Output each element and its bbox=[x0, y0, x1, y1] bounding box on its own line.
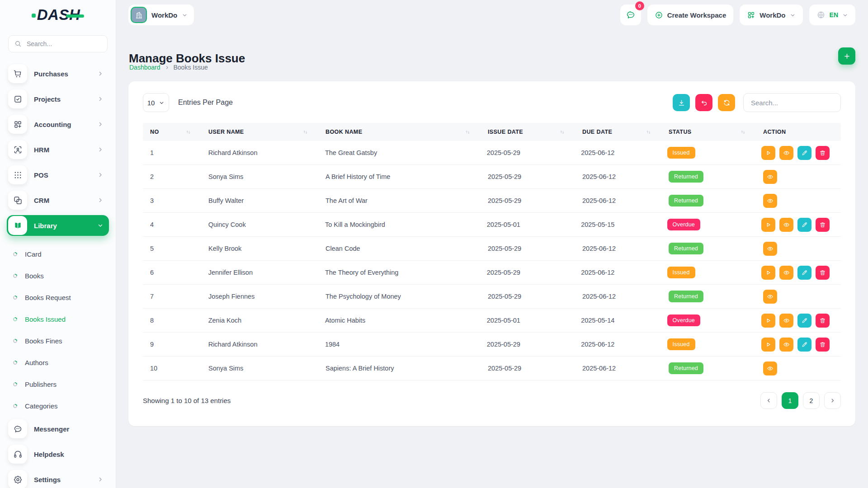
cell-due-date: 2025-06-12 bbox=[575, 245, 661, 252]
eye-button[interactable] bbox=[779, 338, 793, 352]
sidebar-menu-item[interactable]: Settings bbox=[7, 469, 109, 488]
table-search-input[interactable] bbox=[743, 93, 841, 112]
eye-button[interactable] bbox=[779, 266, 793, 280]
sort-icon[interactable] bbox=[302, 129, 308, 135]
sidebar-menu-item[interactable]: CRM bbox=[7, 190, 109, 211]
sidebar-menu-item[interactable]: Messenger bbox=[7, 418, 109, 439]
sidebar-menu-item[interactable]: Library bbox=[7, 215, 109, 236]
play-button[interactable] bbox=[761, 146, 775, 160]
cell-status: Returned bbox=[661, 195, 756, 206]
sidebar-submenu-item[interactable]: Books Request bbox=[7, 286, 109, 308]
reset-button[interactable] bbox=[695, 94, 712, 111]
submenu-item-label: Books Fines bbox=[25, 337, 62, 345]
language-selector[interactable]: EN bbox=[809, 5, 855, 25]
status-badge: Issued bbox=[667, 338, 695, 350]
table-controls-right bbox=[667, 93, 841, 112]
refresh-button[interactable] bbox=[718, 94, 735, 111]
play-button[interactable] bbox=[761, 338, 775, 352]
sort-icon[interactable] bbox=[740, 129, 746, 135]
status-badge: Returned bbox=[669, 171, 703, 183]
cell-due-date: 2025-05-14 bbox=[574, 317, 660, 324]
table-header-row: NO USER NAME BOOK NAME ISSUE DATE bbox=[143, 123, 841, 141]
sidebar-menu-item[interactable]: Purchases bbox=[7, 63, 109, 84]
chevron-right-icon bbox=[97, 70, 104, 77]
bullet-icon bbox=[12, 316, 18, 322]
workspace-selector[interactable]: WorkDo bbox=[128, 5, 194, 25]
menu-item-label: Accounting bbox=[34, 121, 71, 128]
sidebar-menu-item[interactable]: Helpdesk bbox=[7, 444, 109, 465]
eye-button[interactable] bbox=[779, 314, 793, 328]
column-header[interactable]: ACTION bbox=[756, 123, 841, 141]
eye-button[interactable] bbox=[763, 290, 777, 304]
sidebar-menu-item[interactable]: Accounting bbox=[7, 114, 109, 135]
menu-icon-box bbox=[8, 419, 27, 438]
chevron-left-icon bbox=[766, 398, 772, 404]
sidebar-submenu-item[interactable]: Books bbox=[7, 265, 109, 286]
sidebar-menu-item[interactable]: Projects bbox=[7, 89, 109, 109]
sidebar-menu-item[interactable]: POS bbox=[7, 164, 109, 185]
create-workspace-button[interactable]: Create Workspace bbox=[647, 5, 734, 25]
edit-button[interactable] bbox=[797, 266, 811, 280]
eye-button[interactable] bbox=[763, 361, 777, 375]
breadcrumb-home-link[interactable]: Dashboard bbox=[129, 64, 160, 71]
sidebar-library-submenu: ICard Books Books Request Books Issued B… bbox=[0, 240, 116, 418]
cell-due-date: 2025-06-12 bbox=[575, 293, 661, 300]
column-header[interactable]: STATUS bbox=[661, 123, 756, 141]
play-button[interactable] bbox=[761, 266, 775, 280]
export-button[interactable] bbox=[673, 94, 690, 111]
pagination-prev-button[interactable] bbox=[760, 392, 777, 409]
download-icon bbox=[678, 99, 685, 107]
workdo-menu-button[interactable]: WorkDo bbox=[740, 5, 802, 25]
sort-icon[interactable] bbox=[185, 129, 191, 135]
column-header[interactable]: USER NAME bbox=[201, 123, 318, 141]
edit-button[interactable] bbox=[797, 338, 811, 352]
cell-book-name: The Great Gatsby bbox=[318, 149, 480, 156]
trash-button[interactable] bbox=[816, 338, 830, 352]
bullet-icon bbox=[12, 338, 18, 344]
edit-button[interactable] bbox=[797, 314, 811, 328]
sidebar-submenu-item[interactable]: Books Issued bbox=[7, 308, 109, 330]
pagination-page-button[interactable]: 1 bbox=[782, 392, 798, 409]
eye-button[interactable] bbox=[779, 218, 793, 232]
sidebar-submenu-item[interactable]: Authors bbox=[7, 352, 109, 373]
eye-button[interactable] bbox=[763, 242, 777, 256]
add-book-issue-button[interactable] bbox=[838, 47, 855, 65]
status-badge: Returned bbox=[669, 362, 703, 374]
sidebar-submenu-item[interactable]: Categories bbox=[7, 395, 109, 417]
pagination-page-button[interactable]: 2 bbox=[803, 392, 820, 409]
eye-button[interactable] bbox=[763, 170, 777, 184]
sidebar-submenu-item[interactable]: ICard bbox=[7, 243, 109, 265]
column-header[interactable]: ISSUE DATE bbox=[481, 123, 575, 141]
play-button[interactable] bbox=[761, 218, 775, 232]
column-header[interactable]: BOOK NAME bbox=[318, 123, 481, 141]
sort-icon[interactable] bbox=[559, 129, 565, 135]
trash-button[interactable] bbox=[816, 146, 830, 160]
sort-icon[interactable] bbox=[465, 129, 471, 135]
menu-item-label: POS bbox=[34, 171, 48, 179]
sidebar-submenu-item[interactable]: Books Fines bbox=[7, 330, 109, 352]
cell-actions bbox=[756, 242, 841, 256]
messages-button[interactable]: 0 bbox=[620, 5, 641, 25]
cell-issue-date: 2025-05-29 bbox=[481, 365, 575, 372]
cell-due-date: 2025-06-12 bbox=[575, 365, 661, 372]
trash-button[interactable] bbox=[816, 266, 830, 280]
edit-button[interactable] bbox=[797, 146, 811, 160]
column-header[interactable]: NO bbox=[143, 123, 201, 141]
menu-item-label: CRM bbox=[34, 197, 49, 204]
sort-icon[interactable] bbox=[646, 129, 651, 135]
edit-button[interactable] bbox=[797, 218, 811, 232]
entries-per-page-select[interactable]: 10 bbox=[143, 93, 169, 112]
column-header[interactable]: DUE DATE bbox=[575, 123, 661, 141]
workspace-avatar bbox=[131, 7, 147, 23]
cell-issue-date: 2025-05-29 bbox=[480, 341, 574, 348]
sidebar-search bbox=[8, 35, 108, 52]
eye-button[interactable] bbox=[763, 194, 777, 208]
pagination-next-button[interactable] bbox=[824, 392, 841, 409]
sidebar-menu-item[interactable]: HRM bbox=[7, 139, 109, 160]
sidebar-submenu-item[interactable]: Publishers bbox=[7, 373, 109, 395]
sidebar-search-input[interactable] bbox=[26, 40, 109, 48]
trash-button[interactable] bbox=[816, 218, 830, 232]
trash-button[interactable] bbox=[816, 314, 830, 328]
play-button[interactable] bbox=[761, 314, 775, 328]
eye-button[interactable] bbox=[779, 146, 793, 160]
